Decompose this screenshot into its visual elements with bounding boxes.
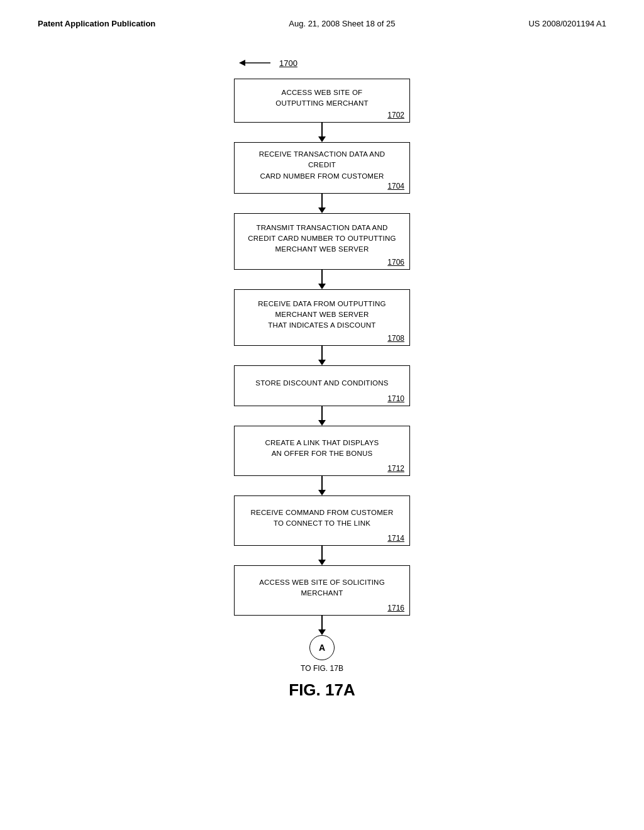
box-1710-number: 1710 bbox=[387, 394, 404, 403]
arrow-8 bbox=[318, 616, 326, 635]
box-1706-text: TRANSMIT TRANSACTION DATA ANDCREDIT CARD… bbox=[248, 223, 396, 255]
page-header: Patent Application Publication Aug. 21, … bbox=[0, 0, 644, 41]
box-1702-number: 1702 bbox=[387, 111, 404, 119]
box-1708-text: RECEIVE DATA FROM OUTPUTTINGMERCHANT WEB… bbox=[258, 299, 386, 331]
box-1702: ACCESS WEB SITE OFOUTPUTTING MERCHANT 17… bbox=[234, 79, 410, 123]
diagram-container: 1700 ACCESS WEB SITE OFOUTPUTTING MERCHA… bbox=[0, 41, 644, 725]
box-1712-number: 1712 bbox=[387, 464, 404, 473]
box-1708: RECEIVE DATA FROM OUTPUTTINGMERCHANT WEB… bbox=[234, 289, 410, 346]
publication-label: Patent Application Publication bbox=[38, 19, 155, 28]
connector-label: A bbox=[319, 643, 325, 653]
start-number: 1700 bbox=[279, 58, 297, 68]
box-1710: STORE DISCOUNT AND CONDITIONS 1710 bbox=[234, 365, 410, 406]
box-1704-text: RECEIVE TRANSACTION DATA AND CREDITCARD … bbox=[244, 149, 400, 182]
fig-label: FIG. 17A bbox=[289, 680, 355, 700]
box-1716-number: 1716 bbox=[387, 604, 404, 612]
svg-marker-1 bbox=[239, 60, 245, 66]
connector-sublabel: TO FIG. 17B bbox=[301, 664, 343, 673]
box-1714-number: 1714 bbox=[387, 534, 404, 543]
box-1702-text: ACCESS WEB SITE OFOUTPUTTING MERCHANT bbox=[275, 87, 368, 109]
box-1710-text: STORE DISCOUNT AND CONDITIONS bbox=[255, 378, 388, 389]
box-1708-number: 1708 bbox=[387, 334, 404, 343]
arrow-7 bbox=[318, 546, 326, 565]
connector-circle: A bbox=[309, 635, 335, 660]
box-1704-number: 1704 bbox=[387, 182, 404, 191]
arrow-2 bbox=[318, 194, 326, 213]
arrow-3 bbox=[318, 270, 326, 289]
arrow-6 bbox=[318, 476, 326, 495]
box-1716-text: ACCESS WEB SITE OF SOLICITINGMERCHANT bbox=[259, 577, 385, 599]
box-1716: ACCESS WEB SITE OF SOLICITINGMERCHANT 17… bbox=[234, 565, 410, 616]
box-1706: TRANSMIT TRANSACTION DATA ANDCREDIT CARD… bbox=[234, 213, 410, 270]
box-1706-number: 1706 bbox=[387, 258, 404, 267]
publication-date: Aug. 21, 2008 Sheet 18 of 25 bbox=[289, 19, 395, 28]
box-1704: RECEIVE TRANSACTION DATA AND CREDITCARD … bbox=[234, 142, 410, 194]
start-label: 1700 bbox=[239, 53, 297, 72]
box-1714: RECEIVE COMMAND FROM CUSTOMERTO CONNECT … bbox=[234, 495, 410, 546]
patent-number: US 2008/0201194 A1 bbox=[528, 19, 606, 28]
arrow-4 bbox=[318, 346, 326, 365]
arrow-5 bbox=[318, 406, 326, 426]
arrow-1 bbox=[318, 123, 326, 142]
box-1712-text: CREATE A LINK THAT DISPLAYSAN OFFER FOR … bbox=[265, 438, 379, 460]
box-1712: CREATE A LINK THAT DISPLAYSAN OFFER FOR … bbox=[234, 426, 410, 476]
box-1714-text: RECEIVE COMMAND FROM CUSTOMERTO CONNECT … bbox=[251, 507, 394, 529]
